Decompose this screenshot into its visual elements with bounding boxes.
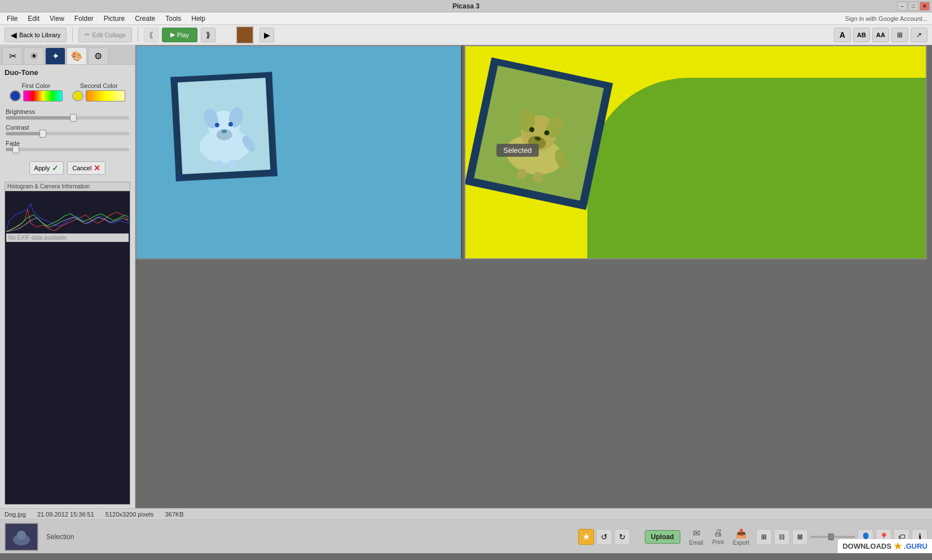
zoom-thumb[interactable] [828, 533, 834, 540]
text-btn-aa[interactable]: AA [872, 28, 889, 42]
menu-create[interactable]: Create [130, 14, 160, 24]
color-section: First Color Second Color [0, 80, 135, 106]
histogram-panel: Histogram & Camera Information No EXIF d… [5, 182, 130, 505]
forward-button[interactable]: ⟫ [201, 28, 216, 42]
email-button[interactable]: ✉ Email [686, 527, 707, 547]
brightness-row: Brightness [6, 108, 129, 120]
print-label: Print [713, 539, 724, 545]
contrast-fill [6, 132, 43, 135]
x-icon: ✕ [94, 164, 100, 173]
menu-picture[interactable]: Picture [99, 14, 129, 24]
rewind-button[interactable]: ⟪ [144, 28, 159, 42]
back-label: Back to Library [19, 32, 60, 38]
dl-text-guru: .GURU [904, 542, 927, 550]
tab-extra[interactable]: ⚙ [88, 47, 108, 64]
first-color-gradient[interactable] [23, 90, 63, 102]
bottom-actions: ✉ Email 🖨 Print 📤 Export [686, 527, 753, 547]
upload-area: Upload [645, 530, 680, 544]
back-to-library-button[interactable]: ◀ Back to Library [5, 28, 67, 42]
status-date: 21.09.2012 15:36:51 [37, 511, 94, 518]
dl-star-icon: ★ [894, 541, 902, 552]
menu-help[interactable]: Help [187, 14, 210, 24]
toolbar-separator [72, 28, 73, 42]
menu-folder[interactable]: Folder [70, 14, 98, 24]
downloads-badge: DOWNLOADS ★ .GURU [838, 539, 932, 553]
print-button[interactable]: 🖨 Print [709, 527, 728, 546]
icon-btn-1[interactable]: ⊞ [756, 529, 772, 545]
maximize-button[interactable]: □ [908, 2, 918, 11]
tab-active[interactable]: 🎨 [67, 47, 87, 64]
sel-corner-tr [265, 72, 272, 79]
dl-text-downloads: DOWNLOADS [842, 542, 891, 550]
zoom-slider[interactable] [810, 536, 855, 538]
export-button[interactable]: 📤 Export [729, 527, 753, 547]
second-color-dot[interactable] [72, 90, 83, 102]
edit-collage-button[interactable]: ✏ Edit Collage [78, 28, 131, 42]
svg-rect-19 [516, 168, 527, 184]
rotate-left-button[interactable]: ↺ [596, 529, 612, 545]
svg-point-24 [17, 531, 26, 540]
text-btn-a[interactable]: A [834, 28, 851, 42]
text-btn-ab[interactable]: AB [853, 28, 870, 42]
apply-label: Apply [34, 165, 50, 171]
fade-row: Fade [6, 140, 129, 151]
play-icon: ▶ [170, 31, 175, 38]
menu-view[interactable]: View [45, 14, 69, 24]
next-nav-button[interactable]: ▶ [260, 28, 274, 42]
menu-edit[interactable]: Edit [23, 14, 44, 24]
signin-link[interactable]: Sign in with Google Account... [845, 15, 927, 22]
canvas-area: Selected [135, 45, 932, 508]
brightness-track [6, 116, 129, 120]
icon-btn-3[interactable]: ⊠ [792, 529, 808, 545]
edit-tabs: ✂ ☀ ✦ 🎨 ⚙ [0, 45, 135, 65]
share-btn[interactable]: ↗ [911, 28, 927, 42]
contrast-thumb[interactable] [39, 130, 46, 138]
second-color-col: Second Color [72, 82, 125, 102]
email-label: Email [689, 540, 704, 546]
minimize-button[interactable]: – [897, 2, 907, 11]
edit-icon: ✏ [85, 31, 90, 38]
svg-rect-8 [214, 160, 223, 170]
first-color-col: First Color [10, 82, 63, 102]
fade-label: Fade [6, 140, 129, 147]
contrast-row: Contrast [6, 124, 129, 135]
toolbar: ◀ Back to Library ✏ Edit Collage ⟪ ▶ Pla… [0, 25, 932, 45]
toolbar-separator2 [138, 28, 138, 42]
second-color-swatch-container [72, 90, 125, 102]
rotate-right-button[interactable]: ↻ [614, 529, 630, 545]
play-button[interactable]: ▶ Play [162, 28, 197, 42]
first-color-dot[interactable] [10, 90, 21, 102]
zoom-area [810, 536, 855, 538]
tab-basic-fixes[interactable]: ✂ [2, 47, 23, 64]
upload-button[interactable]: Upload [645, 530, 680, 544]
thumbnail-strip [236, 26, 254, 44]
dog-svg-left [182, 82, 266, 170]
resize-btn[interactable]: ⊞ [891, 28, 908, 42]
contrast-label: Contrast [6, 124, 129, 131]
tab-effects[interactable]: ✦ [45, 47, 65, 64]
icon-btn-2[interactable]: ⊟ [774, 529, 790, 545]
contrast-track [6, 132, 129, 135]
status-dimensions: 5120x3200 pixels [105, 511, 154, 518]
thumbnail-preview [5, 523, 38, 551]
menubar: File Edit View Folder Picture Create Too… [0, 12, 932, 25]
histogram-title: Histogram & Camera Information [5, 182, 130, 191]
brightness-thumb[interactable] [70, 114, 77, 122]
apply-button[interactable]: Apply ✓ [29, 161, 64, 175]
menu-tools[interactable]: Tools [161, 14, 186, 24]
second-color-gradient[interactable] [86, 90, 125, 102]
histogram-chart: No EXIF data available. [5, 191, 130, 504]
dog-frame-right [464, 58, 613, 210]
toolbar-right: A AB AA ⊞ ↗ [834, 28, 927, 42]
menu-file[interactable]: File [2, 14, 22, 24]
dog-inner-left [178, 78, 270, 174]
export-label: Export [733, 540, 749, 546]
color-row: First Color Second Color [5, 82, 130, 102]
fade-thumb[interactable] [12, 145, 19, 153]
effect-name: Duo-Tone [0, 65, 135, 80]
upload-label: Upload [651, 533, 674, 541]
close-button[interactable]: ✕ [920, 2, 930, 11]
cancel-button[interactable]: Cancel ✕ [67, 161, 105, 175]
favorite-button[interactable]: ★ [578, 529, 594, 545]
tab-tuning[interactable]: ☀ [24, 47, 44, 64]
